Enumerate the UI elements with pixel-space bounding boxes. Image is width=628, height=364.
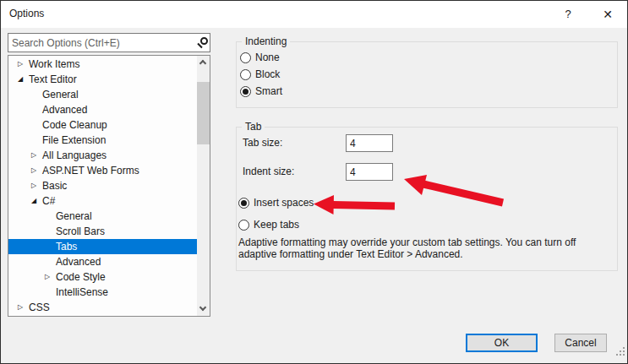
help-button[interactable]: ? (557, 4, 579, 24)
chevron-collapsed-icon[interactable]: ▷ (14, 300, 27, 315)
title-bar: Options ? ✕ (1, 1, 627, 28)
radio-none[interactable]: None (240, 52, 280, 63)
radio-insert-spaces[interactable]: Insert spaces (238, 197, 314, 209)
chevron-expanded-icon[interactable]: ◢ (14, 72, 27, 87)
tree-item-label: General (41, 89, 79, 101)
tree-item-label: Advanced (41, 104, 87, 116)
tree-item-advanced[interactable]: Advanced (8, 102, 197, 117)
radio-keep-tabs[interactable]: Keep tabs (238, 219, 299, 231)
indent-size-label: Indent size: (243, 166, 294, 177)
tree-item-code-cleanup[interactable]: Code Cleanup (8, 117, 197, 133)
chevron-collapsed-icon[interactable]: ▷ (41, 269, 54, 285)
tree-item-asp-net-web-forms[interactable]: ▷ASP.NET Web Forms (8, 163, 197, 178)
search-input[interactable] (8, 34, 193, 52)
radio-keep-tabs-icon (238, 220, 249, 231)
radio-block-label: Block (255, 68, 280, 80)
tree-item-c[interactable]: ◢C# (8, 193, 197, 209)
tree-item-general[interactable]: General (8, 87, 197, 102)
tree-item-text-editor[interactable]: ◢Text Editor (8, 72, 197, 87)
adaptive-formatting-note-line2: adaptive formatting under Text Editor > … (238, 248, 463, 260)
indenting-group-title: Indenting (242, 35, 290, 47)
scroll-down-icon[interactable] (197, 302, 210, 316)
radio-smart-icon (240, 86, 251, 97)
tab-size-field[interactable] (346, 134, 393, 152)
tree-rows: ▷Work Items◢Text EditorGeneralAdvancedCo… (8, 57, 197, 315)
tree-item-scroll-bars[interactable]: Scroll Bars (8, 224, 197, 239)
tree-item-css[interactable]: ▷CSS (8, 300, 197, 315)
tree-item-general[interactable]: General (8, 209, 197, 224)
close-icon: ✕ (603, 8, 613, 21)
tree-item-label: Work Items (27, 58, 79, 70)
tree-item-label: ASP.NET Web Forms (41, 165, 139, 177)
tree-item-all-languages[interactable]: ▷All Languages (8, 148, 197, 163)
close-button[interactable]: ✕ (593, 4, 623, 24)
radio-insert-spaces-label: Insert spaces (254, 197, 314, 209)
radio-insert-spaces-icon (238, 198, 249, 209)
indenting-group: Indenting (236, 41, 618, 108)
tree-item-work-items[interactable]: ▷Work Items (8, 57, 197, 72)
tree-item-label: Advanced (54, 256, 101, 268)
tree-item-label: Code Style (54, 271, 106, 283)
options-tree: ▷Work Items◢Text EditorGeneralAdvancedCo… (8, 55, 210, 317)
radio-smart[interactable]: Smart (240, 85, 282, 97)
tree-item-basic[interactable]: ▷Basic (8, 178, 197, 193)
options-dialog: Options ? ✕ ▷Work Items◢Text EditorGener… (0, 0, 628, 364)
radio-none-icon (240, 52, 251, 63)
tab-group-title: Tab (242, 121, 265, 133)
search-box (8, 33, 210, 52)
chevron-expanded-icon[interactable]: ◢ (27, 193, 41, 209)
radio-keep-tabs-label: Keep tabs (254, 219, 299, 231)
tree-item-advanced[interactable]: Advanced (8, 254, 197, 269)
radio-smart-label: Smart (255, 85, 282, 97)
tree-item-label: CSS (27, 302, 50, 313)
tree-item-code-style[interactable]: ▷Code Style (8, 269, 197, 285)
tree-item-label: File Extension (41, 134, 106, 146)
tree-item-label: Text Editor (27, 73, 77, 85)
tree-item-label: C# (41, 195, 55, 207)
chevron-collapsed-icon[interactable]: ▷ (14, 57, 27, 72)
tree-item-intellisense[interactable]: IntelliSense (8, 285, 197, 300)
adaptive-formatting-note-line1: Adaptive formatting may override your cu… (238, 236, 576, 248)
search-icon[interactable] (196, 36, 210, 50)
radio-block-icon (240, 69, 251, 80)
tree-item-label: Tabs (54, 241, 77, 253)
dialog-title: Options (9, 8, 44, 19)
tab-size-label: Tab size: (243, 137, 282, 149)
chevron-collapsed-icon[interactable]: ▷ (27, 148, 41, 163)
tree-item-label: IntelliSense (54, 286, 108, 298)
tree-item-label: General (54, 210, 92, 222)
radio-none-label: None (255, 52, 280, 63)
cancel-button[interactable]: Cancel (554, 334, 607, 352)
chevron-collapsed-icon[interactable]: ▷ (27, 163, 41, 178)
indent-size-field[interactable] (346, 163, 393, 181)
ok-button[interactable]: OK (466, 334, 538, 352)
tree-item-label: Basic (41, 180, 67, 192)
tree-item-label: Code Cleanup (41, 119, 107, 131)
tree-item-label: All Languages (41, 149, 106, 161)
tree-item-file-extension[interactable]: File Extension (8, 133, 197, 148)
chevron-collapsed-icon[interactable]: ▷ (27, 178, 41, 193)
radio-block[interactable]: Block (240, 68, 280, 80)
tree-item-tabs[interactable]: Tabs (8, 239, 197, 254)
tree-item-label: Scroll Bars (54, 225, 105, 237)
tree-scrollbar[interactable] (197, 56, 210, 316)
scrollbar-thumb[interactable] (197, 82, 210, 144)
scroll-up-icon[interactable] (197, 56, 210, 69)
